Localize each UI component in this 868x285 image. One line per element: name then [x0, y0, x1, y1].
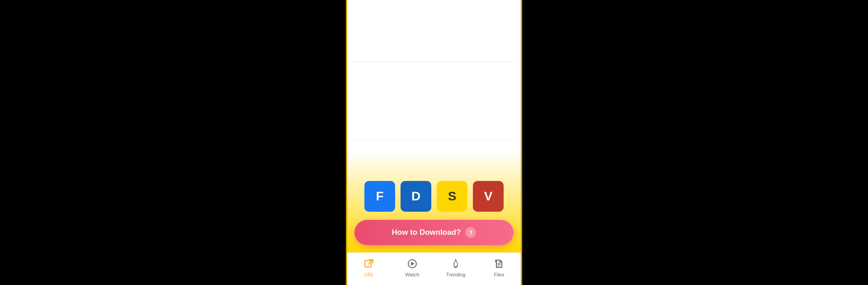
- watch-icon: [407, 259, 417, 271]
- nav-url[interactable]: URL: [347, 253, 391, 283]
- svg-rect-4: [365, 261, 371, 267]
- question-badge: ?: [465, 227, 476, 238]
- video-item-1: Hello (Official Music Video) | Asim.. To…: [352, 0, 516, 62]
- left-background: [0, 0, 346, 285]
- url-icon: [364, 259, 374, 271]
- vimeo-icon[interactable]: V: [473, 181, 504, 212]
- facebook-icon[interactable]: F: [364, 181, 395, 212]
- files-label: Files: [494, 272, 504, 277]
- bottom-navigation: URL Watch Trending: [347, 252, 521, 285]
- phone-container: Hello (Official Music Video) | Asim.. To…: [346, 0, 522, 285]
- snapchat-icon[interactable]: S: [437, 181, 467, 212]
- url-label: URL: [364, 272, 374, 277]
- how-to-download-label: How to Download?: [392, 228, 461, 237]
- social-icons-row: F D S V: [347, 174, 521, 216]
- how-to-download-button[interactable]: How to Download? ?: [354, 220, 514, 245]
- nav-files[interactable]: Files: [477, 253, 521, 283]
- files-icon: [494, 259, 504, 271]
- trending-label: Trending: [446, 272, 465, 277]
- video-list: Hello (Official Music Video) | Asim.. To…: [347, 0, 521, 174]
- nav-trending[interactable]: Trending: [434, 253, 477, 283]
- content-area: Hello (Official Music Video) | Asim.. To…: [347, 0, 521, 252]
- dailymotion-icon[interactable]: D: [401, 181, 431, 212]
- watch-label: Watch: [406, 272, 420, 277]
- video-item-2: Tadap: Tere Siva Jag Mein Song | Ahan...…: [352, 62, 516, 139]
- nav-watch[interactable]: Watch: [391, 253, 434, 283]
- right-background: [522, 0, 868, 285]
- trending-icon: [451, 259, 461, 271]
